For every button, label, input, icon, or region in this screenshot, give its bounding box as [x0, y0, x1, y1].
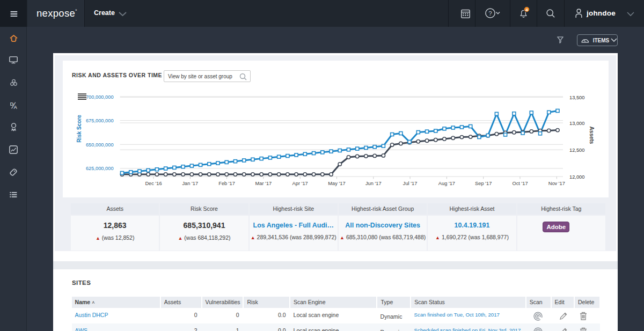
svg-text:650,000,000: 650,000,000 [86, 142, 114, 148]
svg-text:700,000,000: 700,000,000 [86, 94, 114, 100]
svg-text:12,000: 12,000 [569, 174, 584, 180]
svg-text:Aug '17: Aug '17 [438, 181, 455, 186]
svg-text:12,500: 12,500 [569, 148, 584, 153]
svg-text:Jun '17: Jun '17 [365, 181, 382, 186]
svg-text:Feb '17: Feb '17 [218, 181, 235, 186]
svg-text:13,500: 13,500 [569, 95, 584, 100]
svg-text:Mar '17: Mar '17 [255, 181, 272, 186]
svg-text:Risk Score: Risk Score [76, 115, 82, 143]
svg-text:Apr '17: Apr '17 [292, 181, 308, 186]
svg-text:Assets: Assets [589, 127, 595, 144]
svg-text:Nov '17: Nov '17 [548, 181, 565, 186]
svg-text:Jul '17: Jul '17 [403, 181, 418, 186]
svg-text:625,000,000: 625,000,000 [86, 166, 114, 171]
svg-text:May '17: May '17 [328, 181, 345, 186]
svg-text:13,000: 13,000 [569, 121, 584, 126]
svg-text:Dec '16: Dec '16 [145, 181, 162, 186]
svg-text:Oct '17: Oct '17 [512, 181, 528, 186]
svg-text:?: ? [488, 10, 492, 17]
svg-text:675,000,000: 675,000,000 [86, 118, 114, 123]
svg-text:Sep '17: Sep '17 [475, 181, 492, 186]
svg-text:Jan '17: Jan '17 [182, 181, 198, 186]
